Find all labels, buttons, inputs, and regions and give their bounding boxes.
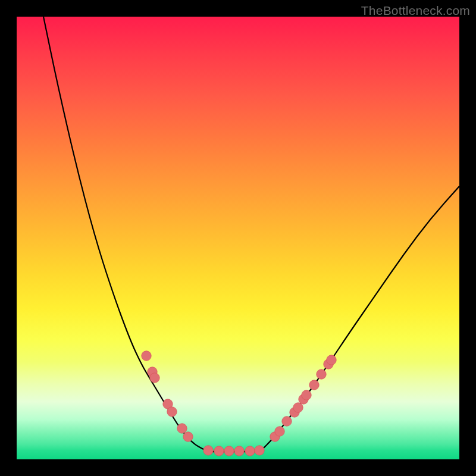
- data-marker: [327, 355, 336, 365]
- data-marker: [234, 446, 244, 456]
- data-marker: [317, 369, 326, 379]
- chart-stage: TheBottleneck.com: [0, 0, 476, 476]
- data-marker: [214, 446, 224, 456]
- plot-area: [17, 17, 459, 459]
- data-marker: [177, 424, 187, 433]
- data-marker: [167, 407, 177, 416]
- watermark-label: TheBottleneck.com: [361, 4, 470, 18]
- data-marker: [255, 446, 264, 455]
- curve-left-branch: [43, 17, 207, 451]
- data-marker: [183, 432, 193, 441]
- data-marker: [245, 446, 255, 456]
- data-marker: [142, 351, 151, 361]
- data-marker: [293, 403, 303, 412]
- data-marker: [203, 446, 213, 455]
- data-marker: [275, 427, 284, 436]
- data-marker: [302, 390, 311, 400]
- data-marker: [282, 416, 292, 426]
- curve-svg: [17, 17, 459, 459]
- markers-group: [142, 351, 336, 456]
- data-marker: [150, 373, 159, 383]
- data-marker: [224, 446, 234, 456]
- data-marker: [309, 380, 319, 390]
